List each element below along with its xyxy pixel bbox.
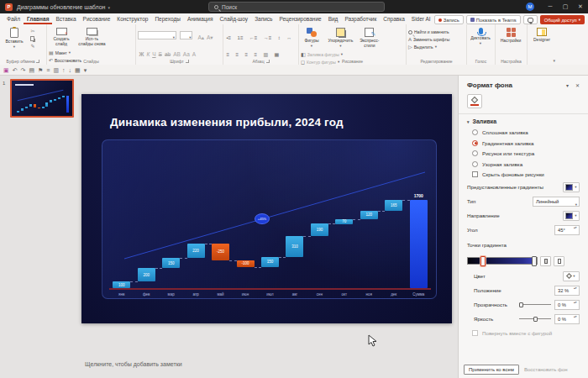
grid-icon[interactable]: ▦: [75, 65, 81, 76]
panel-close-icon[interactable]: ✕: [575, 82, 580, 88]
transparency-slider[interactable]: [519, 304, 551, 305]
waterfall-total-bar[interactable]: [66, 96, 69, 113]
paste-button[interactable]: Вставить ▾: [2, 26, 27, 49]
waterfall-bar-окт[interactable]: 70: [335, 219, 353, 224]
new-slide-button[interactable]: Создать слайд: [49, 26, 74, 47]
waterfall-bar-сен[interactable]: 190: [311, 223, 328, 236]
tab-Конструктор[interactable]: Конструктор: [113, 13, 151, 24]
comments-button[interactable]: [523, 15, 538, 24]
fill-option-Градиентная заливка[interactable]: Градиентная заливка: [472, 140, 580, 146]
fill-option-Сплошная заливка[interactable]: Сплошная заливка: [472, 129, 580, 135]
gradient-stop-handle-1[interactable]: [532, 256, 537, 266]
waterfall-bar-июн[interactable]: -100: [237, 260, 255, 267]
gradient-stop-handle-0[interactable]: [480, 256, 486, 266]
brightness-slider[interactable]: [519, 318, 551, 319]
font-style-button-7[interactable]: А: [191, 50, 197, 59]
font-style-button-0[interactable]: Ж: [138, 50, 145, 59]
waterfall-bar-мар[interactable]: 150: [162, 258, 180, 268]
waterfall-bar-сен[interactable]: [50, 100, 52, 102]
tab-Запись[interactable]: Запись: [251, 13, 276, 24]
font-style-button-2[interactable]: Ч: [151, 50, 157, 59]
font-size-combobox[interactable]: ▾: [180, 31, 192, 39]
waterfall-bar-окт[interactable]: [54, 99, 56, 101]
cut-button[interactable]: ✂: [30, 29, 34, 35]
move-up-icon[interactable]: ↑: [62, 65, 66, 76]
stop-color-dropdown[interactable]: ▾: [563, 271, 580, 281]
fill-section-header[interactable]: ▾ Заливка: [467, 118, 580, 124]
waterfall-bar-мар[interactable]: [25, 107, 28, 108]
bullets-button[interactable]: •≡: [225, 34, 233, 42]
paragraph-dialog-launcher[interactable]: [266, 60, 270, 63]
select-button[interactable]: ▷Выделить▾: [408, 44, 449, 50]
gradient-stops-bar[interactable]: [467, 257, 538, 265]
waterfall-bar-май[interactable]: [34, 104, 36, 108]
waterfall-bar-янв[interactable]: [17, 111, 19, 113]
shape-fill-button[interactable]: ◧Заливка фигуры▾: [301, 51, 345, 58]
tab-Файл[interactable]: Файл: [3, 13, 24, 24]
font-style-button-6[interactable]: Аа: [181, 50, 191, 59]
collapse-ribbon-button[interactable]: ▾: [553, 58, 555, 63]
justify-button[interactable]: ≡: [253, 51, 259, 59]
copy-button[interactable]: [30, 36, 34, 43]
slider-knob[interactable]: [533, 317, 538, 322]
save-icon[interactable]: ▣: [3, 65, 9, 76]
arrange-button[interactable]: Упорядочить▾: [326, 26, 354, 48]
tab-Рецензирование[interactable]: Рецензирование: [276, 13, 324, 24]
waterfall-bar-ноя[interactable]: 120: [360, 211, 378, 219]
font-dialog-launcher[interactable]: [186, 60, 189, 63]
find-replace-button[interactable]: Найти и заменить: [408, 29, 449, 35]
waterfall-bar-май[interactable]: -250: [212, 244, 229, 260]
waterfall-bar-июн[interactable]: [38, 108, 40, 109]
waterfall-bar-дек[interactable]: 165: [385, 200, 402, 211]
waterfall-bar-ноя[interactable]: [58, 97, 60, 99]
shapes-button[interactable]: Фигуры▾: [301, 26, 323, 48]
tab-Разработчик[interactable]: Разработчик: [341, 13, 380, 24]
decrease-indent-button[interactable]: ←≡: [248, 34, 259, 42]
font-name-combobox[interactable]: ▾: [138, 31, 176, 39]
align-center-button[interactable]: ≡: [234, 51, 240, 59]
slide-thumbnail-1[interactable]: [10, 79, 74, 118]
align-left-button[interactable]: ≡: [225, 51, 231, 59]
flag-icon[interactable]: ⚑: [38, 65, 43, 76]
tab-Sider AI[interactable]: Sider AI: [408, 13, 434, 24]
account-avatar[interactable]: М: [526, 3, 534, 11]
minimize-button[interactable]: ─: [543, 0, 558, 13]
undo-icon[interactable]: ↶: [13, 65, 18, 76]
rotate-with-shape-checkbox[interactable]: Повернуть вместе с фигурой: [472, 330, 580, 336]
customize-icon[interactable]: ▾: [84, 65, 87, 76]
increase-indent-button[interactable]: →≡: [262, 34, 273, 42]
layout-button[interactable]: ▤Макет▾: [49, 50, 81, 56]
dictate-button[interactable]: Диктовать▾: [469, 26, 492, 45]
text-direction-button[interactable]: ↔: [286, 34, 293, 42]
tab-Анимация[interactable]: Анимация: [184, 13, 217, 24]
brightness-spinner[interactable]: 0 %: [554, 314, 580, 324]
quick-styles-button[interactable]: Экспресс-стили: [359, 26, 381, 49]
fill-option-Рисунок или текстура[interactable]: Рисунок или текстура: [472, 150, 580, 156]
notes-placeholder[interactable]: Щелкните, чтобы добавить заметки: [85, 361, 182, 367]
slide-canvas[interactable]: Динамика изменения прибыли, 2024 год +45…: [81, 94, 452, 323]
stop-position-spinner[interactable]: 32 %: [554, 286, 580, 296]
clipboard-dialog-launcher[interactable]: [36, 60, 39, 63]
tab-Слайд-шоу[interactable]: Слайд-шоу: [216, 13, 251, 24]
search-box[interactable]: Поиск: [208, 2, 385, 12]
tab-Рисование[interactable]: Рисование: [80, 13, 114, 24]
waterfall-bar-апр[interactable]: [29, 104, 32, 107]
align-right-button[interactable]: ≡: [244, 51, 249, 59]
slide-title[interactable]: Динамика изменения прибыли, 2024 год: [110, 116, 344, 129]
font-style-button-4[interactable]: ab: [163, 50, 171, 59]
decrease-font-button[interactable]: А▾: [206, 34, 215, 42]
numbering-button[interactable]: 1≡: [236, 34, 244, 42]
increase-font-button[interactable]: А▴: [197, 34, 206, 42]
waterfall-total-bar[interactable]: [410, 200, 428, 288]
fill-tab-button[interactable]: [467, 94, 482, 108]
close-button[interactable]: ✕: [573, 0, 588, 13]
columns-button[interactable]: ▥: [262, 51, 270, 59]
font-style-button-1[interactable]: К: [145, 50, 151, 59]
present-in-teams-button[interactable]: Показать в Teams: [466, 15, 521, 24]
slider-knob[interactable]: [519, 302, 523, 307]
gradient-type-combobox[interactable]: Линейный▾: [533, 197, 580, 207]
format-painter-button[interactable]: ✎: [30, 44, 34, 50]
tab-Вставка[interactable]: Вставка: [52, 13, 79, 24]
waterfall-bar-янв[interactable]: 100: [113, 281, 130, 288]
gradient-direction-dropdown[interactable]: ▾: [563, 211, 580, 221]
